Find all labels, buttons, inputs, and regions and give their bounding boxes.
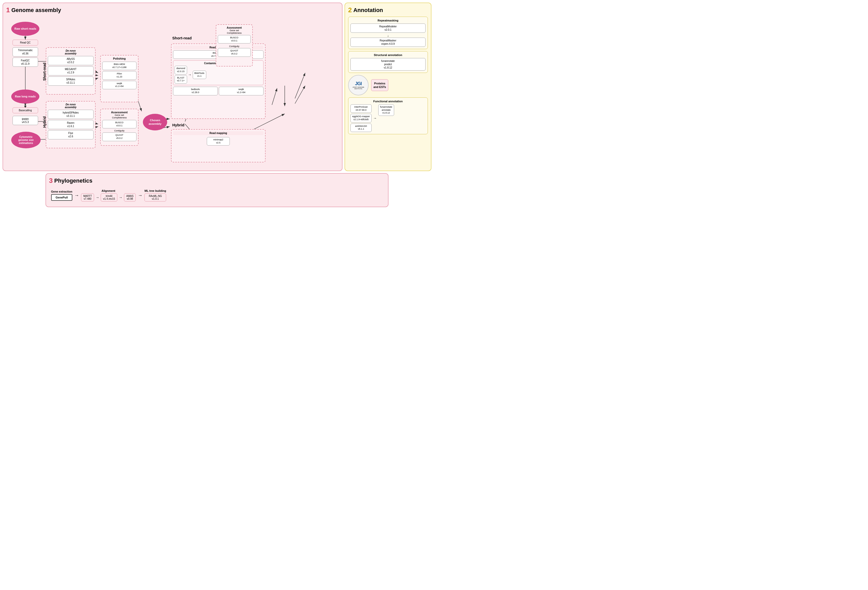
gene-extraction-label: Gene extraction <box>51 190 72 193</box>
hybrid-dashed-region: De novoassembly hybridSPAdesv3.11.1 Rave… <box>46 101 96 148</box>
repeatmasking-title: Repeatmasking <box>350 19 425 22</box>
section2-number: 2 <box>348 6 352 14</box>
s1-inner: Raw short reads Read QC Trimmomaticv0.36… <box>6 16 339 167</box>
raxml-ng-box: RAxML-NGv1.0.1 <box>145 193 166 201</box>
section3-number: 3 <box>49 177 53 185</box>
ml-tree-group: ML tree building RAxML-NGv1.0.1 <box>145 189 166 201</box>
assessment-sr-region: Assessment Gene setCompleteness BUSCOv3.… <box>216 24 253 67</box>
genepull-box: GenePull <box>51 194 72 201</box>
alignment-group: Alignment MAFFTv7.480 → trimAlv1.4.rev15… <box>81 189 136 201</box>
shortread-section-label: Short-read <box>172 36 192 40</box>
jgi-proteins-row: JGI JOINT GENOMEINSTITUTE Proteinsand ES… <box>348 75 428 95</box>
section1-genome-assembly: 1 Genome assembly <box>3 3 342 171</box>
functional-annotation-title: Functional annotation <box>350 100 425 103</box>
short-read-label: Short-read <box>43 63 47 81</box>
hybrid-section-label: Hybrid <box>172 123 185 127</box>
svg-line-21 <box>272 88 277 105</box>
polishing-region: Polishing BWA-MEMv0.7.17-r1188 Pilonv1.2… <box>100 55 139 102</box>
top-row: 1 Genome assembly <box>3 3 431 171</box>
raw-long-reads-ellipse: Raw long reads <box>11 90 39 104</box>
section2-annotation: 2 Annotation Repeatmasking RepeatModeler… <box>344 3 431 171</box>
funannotate-annotate-box: funannotateannotatev1.8.12 <box>378 104 394 116</box>
trimai-box: trimAlv1.4.rev15 <box>101 193 117 201</box>
functional-tools-column: InterProScanv5.57-90.0 eggNOG-mapperv2.1… <box>350 104 372 132</box>
trimmomatic-box: Trimmomaticv0.36 <box>13 47 38 56</box>
section3-title: 3 Phylogenetics <box>49 177 385 185</box>
gene-extraction-group: Gene extraction GenePull <box>51 190 72 201</box>
s2-inner: Repeatmasking RepeatModelerv2.0.1 ↓ Repe… <box>348 16 428 152</box>
fastqc-box: FastQCv0.11.9 <box>13 58 38 67</box>
ml-tree-label: ML tree building <box>145 189 166 192</box>
proteins-ests-box: Proteinsand ESTs <box>371 79 388 91</box>
interproscan-box: InterProScanv5.57-90.0 <box>350 104 372 113</box>
section2-label: Annotation <box>353 7 383 13</box>
section3-phylogenetics: 3 Phylogenetics Gene extraction GenePull… <box>46 173 388 207</box>
mafft-box: MAFFTv7.480 <box>81 193 94 201</box>
functional-annotation-group: Functional annotation InterProScanv5.57-… <box>348 98 428 134</box>
svg-line-23 <box>295 73 305 99</box>
repeatmasking-group: Repeatmasking RepeatModelerv2.0.1 ↓ Repe… <box>348 16 428 49</box>
repeatmodeler-box: RepeatModelerv2.0.1 <box>350 24 425 33</box>
s3-inner: Gene extraction GenePull → Alignment MAF… <box>49 187 385 204</box>
hybrid-right-region: Read mapping minimap2v2.5 <box>171 129 266 163</box>
cytometric-ellipse: Cytometricgenome sizeestimations <box>11 132 41 148</box>
assessment-left-region: Assessment Gene setCompleteness BUSCOv3.… <box>100 109 139 146</box>
alignment-label: Alignment <box>81 189 136 192</box>
raw-short-reads-ellipse: Raw short reads <box>11 22 39 36</box>
arrow1: → <box>74 193 79 198</box>
read-qc-box: Read QC <box>13 40 38 46</box>
main-container: 1 Genome assembly <box>0 0 434 210</box>
svg-line-24 <box>295 86 305 104</box>
amas-box: AMASv0.98 <box>124 193 136 201</box>
jgi-logo: JGI JOINT GENOMEINSTITUTE <box>348 75 369 95</box>
section1-number: 1 <box>6 6 10 14</box>
basecalling-box: Basecalling <box>13 107 38 113</box>
arrow2: → <box>138 193 142 198</box>
guppy-box: guppyv4.5.3 <box>13 116 38 125</box>
section3-wrapper: 3 Phylogenetics Gene extraction GenePull… <box>3 173 431 207</box>
section1-label: Genome assembly <box>11 7 61 13</box>
alignment-tools: MAFFTv7.480 → trimAlv1.4.rev15 → AMASv0.… <box>81 193 136 201</box>
section3-label: Phylogenetics <box>54 177 92 184</box>
hybrid-label: Hybrid <box>43 116 47 128</box>
section1-title: 1 Genome assembly <box>6 6 339 14</box>
antismash-box: antiSMASHv6.1.1 <box>350 124 372 132</box>
section2-title: 2 Annotation <box>348 6 428 14</box>
structural-annotation-group: Structural annotation funannotatepredict… <box>348 51 428 73</box>
eggnog-box: eggNOG-mapperv2.1.9-4dfcbd5 <box>350 114 372 122</box>
repeatmasker-box: RepeatMaskervopen-4.0.9 <box>350 38 425 47</box>
chosen-assembly-ellipse: Chosenassembly <box>143 114 167 130</box>
funannotate-predict-box: funannotatepredictv1.8.12 <box>350 58 425 71</box>
structural-annotation-title: Structural annotation <box>350 53 425 56</box>
short-read-dashed-region: De novoassembly ABySSv2.0.2 MEGAHITv1.2.… <box>46 47 96 95</box>
functional-annotation-inner: InterProScanv5.57-90.0 eggNOG-mapperv2.1… <box>350 104 425 132</box>
